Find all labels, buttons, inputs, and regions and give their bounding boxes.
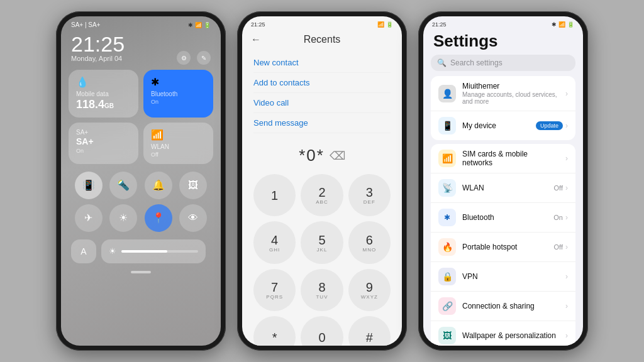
hotspot-right: Off › [554,243,568,251]
dialer-time: 21:25 [251,21,265,28]
mobile-data-tile[interactable]: 💧 Mobile data 118.4GB [69,70,138,118]
settings-item-wallpaper[interactable]: 🖼 Wallpaper & personalization › [431,321,575,346]
eye-button[interactable]: 👁 [179,204,207,232]
key-5[interactable]: 5JKL [301,221,343,263]
bluetooth-tile-label: Bluetooth [151,90,206,97]
settings-time: 21:25 [432,21,447,28]
brightness-icon: ☀ [109,246,116,256]
torch-button[interactable]: 🔦 [109,172,137,199]
location-button[interactable]: 📍 [145,204,172,232]
vpn-content: VPN [462,272,559,281]
new-contact-action[interactable]: New contact [253,53,391,73]
key-9[interactable]: 9WXYZ [348,269,391,311]
settings-item-connection[interactable]: 🔗 Connection & sharing › [431,292,575,321]
hotspot-title: Portable hotspot [462,243,548,251]
wlan-icon: 📶 [151,129,206,141]
statusbar-1: SA+ | SA+ ✱ 📶 🔋 [61,16,221,31]
airplane-button[interactable]: ✈ [75,204,103,232]
vibrate-button[interactable]: 📳 [75,172,103,199]
settings-item-vpn[interactable]: 🔒 VPN › [431,262,575,292]
key-4[interactable]: 4GHI [253,221,296,263]
key-8[interactable]: 8TUV [301,269,343,311]
statusbar-icons: ✱ 📶 🔋 [188,22,211,28]
bluetooth-settings-icon: ✱ [438,209,456,226]
screenshot-button[interactable]: 🖼 [179,172,207,199]
hotspot-content: Portable hotspot [462,243,548,251]
settings-section-connectivity: 📶 SIM cards & mobile networks › 📡 WLAN O… [431,144,575,346]
miuithemer-right: › [565,89,568,98]
back-button[interactable]: ← [251,34,261,45]
settings-item-miuithemer[interactable]: 👤 Miuithemer Manage accounts, cloud serv… [431,76,575,111]
key-hash[interactable]: # [348,316,391,346]
dialer-keypad: 1 2ABC 3DEF 4GHI 5JKL 6MNO 7PQRS 8TUV 9W… [242,170,402,346]
connection-chevron: › [565,302,568,310]
mydevice-title: My device [462,121,530,130]
bluetooth-tile-icon: ✱ [151,76,206,88]
key-1[interactable]: 1 [253,174,296,216]
edit-icon[interactable]: ✎ [197,51,211,65]
key-2[interactable]: 2ABC [301,174,343,216]
settings-page-title: Settings [423,29,583,55]
vpn-title: VPN [462,272,559,281]
settings-item-wlan[interactable]: 📡 WLAN Off › [431,173,575,203]
wlan-tile[interactable]: 📶 WLAN Off [143,123,213,164]
battery-icon: 🔋 [204,22,211,28]
brightness-button[interactable]: ☀ [109,204,137,232]
clock-date: Monday, April 04 [71,55,125,62]
connection-icon: 🔗 [438,297,456,315]
settings-icon[interactable]: ⚙ [177,51,191,65]
sim-content: SIM cards & mobile networks [462,150,559,167]
bell-button[interactable]: 🔔 [145,172,172,199]
settings-signal: 📶 [558,21,565,28]
vpn-icon: 🔒 [438,268,456,285]
send-message-action[interactable]: Send message [253,113,391,133]
key-3[interactable]: 3DEF [348,174,391,216]
mobile-data-value: 118.4GB [76,99,131,111]
settings-item-hotspot[interactable]: 🔥 Portable hotspot Off › [431,233,575,262]
key-star[interactable]: * [253,316,296,346]
phone-3: 21:25 ✱ 📶 🔋 Settings 🔍 Search settings 👤… [418,11,588,351]
settings-status-icons: ✱ 📶 🔋 [552,21,574,28]
wallpaper-content: Wallpaper & personalization [462,331,559,340]
sa-plus-status: On [76,148,131,154]
brightness-bar [121,250,198,253]
sa-plus-value: SA+ [76,137,131,146]
wallpaper-icon: 🖼 [438,327,456,344]
key-0[interactable]: 0 [301,316,343,346]
dialer-status-icons: 📶 🔋 [377,21,393,28]
connection-title: Connection & sharing [462,302,559,310]
dialer-battery: 🔋 [386,21,393,28]
home-indicator [131,271,151,273]
wallpaper-chevron: › [565,331,568,340]
font-icon: A [80,246,86,256]
quick-tiles: 💧 Mobile data 118.4GB ✱ Bluetooth On SA+… [61,70,221,169]
settings-section-account: 👤 Miuithemer Manage accounts, cloud serv… [431,76,575,140]
bluetooth-status-icon: ✱ [188,22,193,28]
wlan-settings-right: Off › [554,184,568,192]
brightness-fill [121,250,167,253]
key-6[interactable]: 6MNO [348,221,391,263]
key-7[interactable]: 7PQRS [253,269,296,311]
sim-right: › [565,154,568,163]
bluetooth-tile-status: On [151,99,206,105]
font-button[interactable]: A [71,239,96,263]
delete-button[interactable]: ⌫ [330,149,345,163]
phone-2: 21:25 📶 🔋 ← Recents New contact Add to c… [237,11,407,351]
mydevice-icon: 📱 [438,117,456,134]
time-row: 21:25 Monday, April 04 ⚙ ✎ [61,31,221,70]
sim-chevron: › [565,154,568,163]
bluetooth-settings-title: Bluetooth [462,213,547,222]
miuithemer-subtitle: Manage accounts, cloud services, and mor… [462,91,559,105]
brightness-slider[interactable]: ☀ [101,239,206,263]
video-call-action[interactable]: Video call [253,93,391,113]
add-contact-action[interactable]: Add to contacts [253,73,391,93]
search-bar[interactable]: 🔍 Search settings [431,55,575,71]
settings-item-mydevice[interactable]: 📱 My device Update › [431,111,575,140]
settings-item-sim[interactable]: 📶 SIM cards & mobile networks › [431,144,575,173]
sa-plus-tile[interactable]: SA+ SA+ On [69,123,138,164]
bluetooth-tile[interactable]: ✱ Bluetooth On [143,70,213,118]
settings-item-bluetooth[interactable]: ✱ Bluetooth On › [431,203,575,233]
wallpaper-title: Wallpaper & personalization [462,331,559,340]
clock-time: 21:25 [71,33,125,55]
wlan-status: Off [151,151,206,158]
